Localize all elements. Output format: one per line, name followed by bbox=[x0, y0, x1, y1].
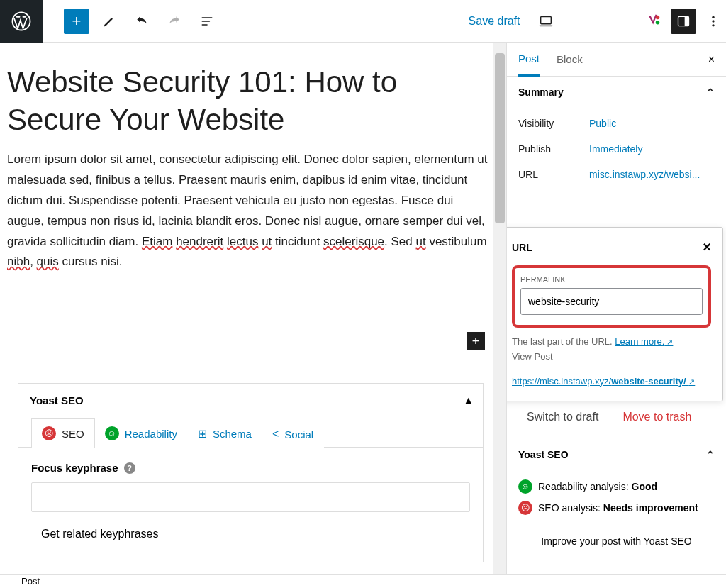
more-options-button[interactable] bbox=[700, 14, 726, 28]
url-row[interactable]: URL misc.instawp.xyz/websi... bbox=[507, 162, 726, 187]
editor-canvas[interactable]: Website Security 101: How to Secure Your… bbox=[0, 43, 506, 574]
plus-icon: + bbox=[472, 334, 480, 349]
summary-panel: Summary ⌃ Visibility Public Publish Imme… bbox=[507, 77, 726, 199]
improve-with-yoast-button[interactable]: Improve your post with Yoast SEO bbox=[518, 527, 715, 555]
yoast-icon bbox=[646, 13, 661, 29]
kebab-icon bbox=[706, 14, 720, 28]
wordpress-icon bbox=[11, 11, 32, 32]
view-post-link[interactable]: View Post bbox=[512, 351, 553, 362]
svg-rect-5 bbox=[685, 16, 689, 26]
document-outline-button[interactable] bbox=[194, 9, 220, 34]
svg-point-2 bbox=[656, 15, 660, 19]
edit-mode-button[interactable] bbox=[96, 9, 122, 34]
yoast-metabox-header[interactable]: Yoast SEO ▴ bbox=[18, 384, 483, 416]
yoast-metabox: Yoast SEO ▴ ☹ SEO ☺ Readability ⊞ Schema… bbox=[18, 383, 484, 562]
add-block-button[interactable]: + bbox=[64, 9, 89, 34]
permalink-help-text: The last part of the URL. Learn more. ↗ … bbox=[512, 335, 711, 365]
laptop-icon bbox=[538, 13, 554, 29]
sad-face-icon: ☹ bbox=[42, 426, 56, 440]
preview-button[interactable] bbox=[533, 9, 559, 34]
close-popover-button[interactable]: × bbox=[703, 239, 711, 255]
close-icon: × bbox=[708, 53, 715, 65]
svg-point-6 bbox=[712, 16, 714, 18]
tab-seo[interactable]: ☹ SEO bbox=[31, 418, 95, 448]
related-keyphrases-button[interactable]: Get related keyphrases bbox=[31, 521, 168, 548]
tab-schema[interactable]: ⊞ Schema bbox=[187, 419, 262, 448]
sidebar-yoast-panel: Yoast SEO ⌃ ☺ Readability analysis: Good… bbox=[507, 439, 726, 567]
happy-face-icon: ☺ bbox=[518, 479, 532, 494]
share-icon: < bbox=[272, 428, 279, 440]
breadcrumb[interactable]: Post bbox=[21, 576, 40, 587]
sad-face-icon: ☹ bbox=[518, 501, 532, 515]
sidebar-tabs: Post Block × bbox=[507, 43, 726, 77]
svg-point-3 bbox=[656, 21, 660, 25]
happy-face-icon: ☺ bbox=[105, 426, 119, 440]
focus-keyphrase-label: Focus keyphrase ? bbox=[31, 462, 470, 474]
switch-to-draft-button[interactable]: Switch to draft bbox=[518, 404, 607, 431]
top-toolbar: + Save draft Publish bbox=[0, 0, 726, 43]
seo-analysis-row: ☹ SEO analysis: Needs improvement bbox=[518, 497, 715, 518]
svg-point-8 bbox=[712, 24, 714, 26]
redo-button[interactable] bbox=[162, 9, 187, 34]
readability-analysis-row: ☺ Readability analysis: Good bbox=[518, 476, 715, 497]
learn-more-link[interactable]: Learn more. ↗ bbox=[615, 336, 673, 347]
svg-point-7 bbox=[712, 20, 714, 22]
tab-block[interactable]: Block bbox=[557, 43, 583, 75]
save-draft-button[interactable]: Save draft bbox=[469, 15, 520, 28]
editor-scrollbar[interactable] bbox=[493, 43, 506, 574]
redo-icon bbox=[167, 14, 182, 28]
url-popover: URL × PERMALINK The last part of the URL… bbox=[506, 227, 723, 401]
yoast-metabox-title: Yoast SEO bbox=[30, 394, 84, 406]
summary-header[interactable]: Summary ⌃ bbox=[507, 77, 726, 108]
settings-sidebar: Post Block × Summary ⌃ Visibility Public… bbox=[506, 43, 726, 574]
outline-icon bbox=[200, 14, 214, 28]
permalink-highlight: PERMALINK bbox=[512, 265, 711, 328]
settings-sidebar-toggle[interactable] bbox=[671, 9, 696, 34]
permalink-label: PERMALINK bbox=[520, 275, 703, 284]
publish-row[interactable]: Publish Immediately bbox=[507, 136, 726, 162]
schema-icon: ⊞ bbox=[198, 427, 207, 440]
plus-icon: + bbox=[72, 12, 82, 30]
sidebar-yoast-header[interactable]: Yoast SEO ⌃ bbox=[507, 439, 726, 470]
collapse-icon: ▴ bbox=[466, 394, 471, 406]
move-to-trash-button[interactable]: Move to trash bbox=[614, 404, 700, 431]
chevron-up-icon: ⌃ bbox=[706, 449, 715, 460]
post-content[interactable]: Lorem ipsum dolor sit amet, consectetur … bbox=[0, 150, 506, 272]
scrollbar-thumb[interactable] bbox=[495, 53, 505, 223]
popover-title: URL bbox=[512, 242, 532, 253]
tab-post[interactable]: Post bbox=[518, 43, 540, 77]
editor-footer: Post bbox=[0, 574, 726, 588]
publish-button[interactable]: Publish bbox=[569, 8, 631, 35]
focus-keyphrase-input[interactable] bbox=[31, 482, 470, 512]
svg-rect-1 bbox=[540, 16, 551, 23]
add-block-inline-button[interactable]: + bbox=[467, 332, 485, 350]
visibility-row[interactable]: Visibility Public bbox=[507, 111, 726, 136]
post-title[interactable]: Website Security 101: How to Secure Your… bbox=[0, 43, 506, 150]
post-actions: Switch to draft Move to trash bbox=[507, 395, 726, 439]
permalink-input[interactable] bbox=[520, 288, 703, 315]
chevron-up-icon: ⌃ bbox=[706, 87, 715, 98]
full-permalink-link[interactable]: https://misc.instawp.xyz/website-securit… bbox=[512, 373, 711, 389]
external-icon: ↗ bbox=[688, 377, 695, 386]
sidebar-icon bbox=[676, 14, 691, 28]
pencil-icon bbox=[102, 14, 116, 28]
wordpress-logo[interactable] bbox=[0, 0, 43, 43]
yoast-tabs: ☹ SEO ☺ Readability ⊞ Schema < Social bbox=[18, 416, 483, 448]
external-icon: ↗ bbox=[664, 338, 673, 346]
help-icon[interactable]: ? bbox=[124, 462, 135, 474]
tab-social[interactable]: < Social bbox=[262, 420, 324, 448]
close-sidebar-button[interactable]: × bbox=[708, 53, 715, 66]
tab-readability[interactable]: ☺ Readability bbox=[94, 418, 188, 448]
undo-icon bbox=[135, 14, 149, 28]
yoast-toolbar-button[interactable] bbox=[641, 9, 666, 34]
undo-button[interactable] bbox=[129, 9, 155, 34]
